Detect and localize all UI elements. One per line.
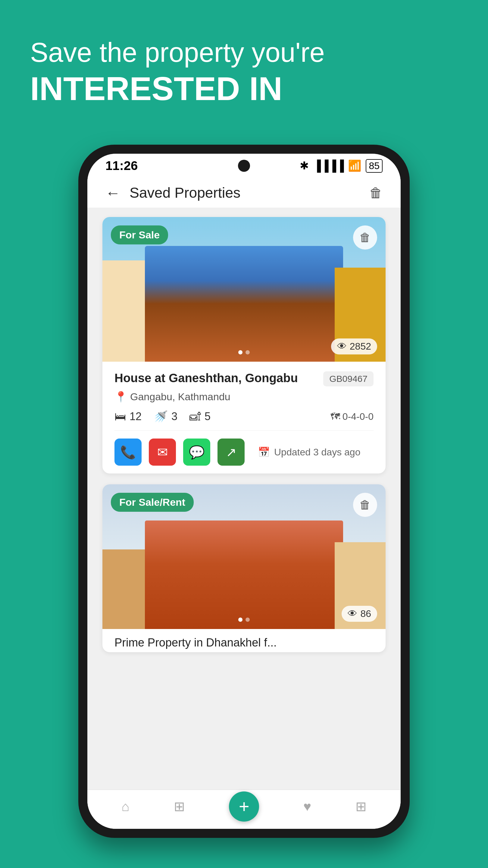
for-sale-badge: For Sale bbox=[111, 225, 168, 244]
property-id-1: GB09467 bbox=[323, 371, 373, 386]
hero-line2: INTERESTED IN bbox=[30, 69, 458, 108]
nav-saved[interactable]: ♥ bbox=[303, 799, 311, 814]
bath-icon: 🚿 bbox=[154, 410, 168, 423]
dot-1-inactive bbox=[246, 350, 250, 354]
for-sale-rent-badge: For Sale/Rent bbox=[111, 493, 194, 512]
baths-count: 3 bbox=[171, 410, 177, 423]
screen-content: For Sale 🗑 👁 2852 House at bbox=[87, 208, 401, 829]
dot-2-active bbox=[238, 618, 242, 622]
property-image-2: For Sale/Rent 🗑 👁 86 bbox=[102, 484, 386, 629]
map-code-feature: 🗺 0-4-0-0 bbox=[330, 411, 373, 422]
home-icon: ⌂ bbox=[121, 799, 130, 814]
dot-2-inactive bbox=[246, 618, 250, 622]
phone-screen: 11:26 ✱ ▐▐▐▐ 📶 85 ← Saved Properties 🗑 bbox=[87, 154, 401, 829]
battery-indicator: 85 bbox=[366, 159, 383, 173]
updated-text-1: 📅 Updated 3 days ago bbox=[258, 446, 360, 458]
camera-notch bbox=[238, 160, 250, 172]
view-number-1: 2852 bbox=[350, 341, 371, 352]
status-icons: ✱ ▐▐▐▐ 📶 85 bbox=[300, 159, 383, 173]
page-title: Saved Properties bbox=[130, 184, 369, 201]
card-delete-button-2[interactable]: 🗑 bbox=[353, 493, 377, 517]
calendar-icon: 📅 bbox=[258, 446, 270, 458]
nav-list[interactable]: ⊞ bbox=[174, 799, 185, 814]
main-building-2 bbox=[145, 521, 343, 629]
divider-1 bbox=[115, 430, 373, 431]
property-image-1: For Sale 🗑 👁 2852 bbox=[102, 217, 386, 362]
property-card-1: For Sale 🗑 👁 2852 House at bbox=[102, 217, 386, 473]
eye-icon: 👁 bbox=[337, 341, 347, 352]
living-count: 5 bbox=[204, 410, 210, 423]
status-bar: 11:26 ✱ ▐▐▐▐ 📶 85 bbox=[87, 154, 401, 178]
dot-1-active bbox=[238, 350, 242, 354]
beds-count: 12 bbox=[130, 410, 141, 423]
baths-feature: 🚿 3 bbox=[154, 410, 177, 423]
hero-section: Save the property you're INTERESTED IN bbox=[30, 36, 458, 108]
back-button[interactable]: ← bbox=[105, 184, 121, 202]
sofa-icon: 🛋 bbox=[190, 410, 201, 423]
property-info-1: House at Ganeshthan, Gongabu GB09467 📍 G… bbox=[102, 362, 386, 473]
list-icon: ⊞ bbox=[174, 799, 185, 814]
property-title-1: House at Ganeshthan, Gongabu bbox=[115, 371, 298, 385]
signal-icon: ▐▐▐▐ bbox=[313, 159, 344, 172]
image-dots-2 bbox=[238, 618, 250, 622]
property-card-2: For Sale/Rent 🗑 👁 86 Prime Property in D… bbox=[102, 484, 386, 652]
eye-icon-2: 👁 bbox=[348, 608, 357, 619]
whatsapp-button[interactable]: 💬 bbox=[183, 438, 210, 466]
grid-icon: ⊞ bbox=[355, 799, 367, 814]
nav-home[interactable]: ⌂ bbox=[121, 799, 130, 814]
wifi-icon: 📶 bbox=[348, 159, 361, 172]
trash-button[interactable]: 🗑 bbox=[369, 185, 383, 200]
living-feature: 🛋 5 bbox=[190, 410, 210, 423]
bottom-navigation: ⌂ ⊞ + ♥ ⊞ bbox=[87, 789, 401, 829]
phone-mockup: 11:26 ✱ ▐▐▐▐ 📶 85 ← Saved Properties 🗑 bbox=[78, 145, 410, 838]
heart-icon: ♥ bbox=[303, 799, 311, 814]
status-time: 11:26 bbox=[105, 158, 138, 173]
hero-line1: Save the property you're bbox=[30, 36, 458, 69]
main-building bbox=[145, 246, 343, 362]
property-top-row: House at Ganeshthan, Gongabu GB09467 bbox=[115, 371, 373, 386]
location-icon: 📍 bbox=[115, 391, 127, 403]
property-features-1: 🛏 12 🚿 3 🛋 5 bbox=[115, 410, 373, 423]
nav-more[interactable]: ⊞ bbox=[355, 799, 367, 814]
view-count-1: 👁 2852 bbox=[331, 338, 377, 354]
map-code: 0-4-0-0 bbox=[343, 411, 373, 422]
property-title-2: Prime Property in Dhanakhel f... bbox=[102, 629, 386, 652]
view-number-2: 86 bbox=[360, 608, 371, 619]
view-count-2: 👁 86 bbox=[341, 606, 377, 622]
fab-add-button[interactable]: + bbox=[229, 792, 259, 822]
action-row-1: 📞 ✉ 💬 ↗ 📅 Updated 3 days ago bbox=[115, 435, 373, 467]
beds-feature: 🛏 12 bbox=[115, 410, 141, 423]
property-location-1: 📍 Gangabu, Kathmandu bbox=[115, 391, 373, 403]
card-delete-button-1[interactable]: 🗑 bbox=[353, 225, 377, 250]
phone-frame: 11:26 ✱ ▐▐▐▐ 📶 85 ← Saved Properties 🗑 bbox=[78, 145, 410, 838]
share-button[interactable]: ↗ bbox=[218, 438, 245, 466]
call-button[interactable]: 📞 bbox=[115, 438, 141, 466]
email-button[interactable]: ✉ bbox=[149, 438, 176, 466]
navigation-bar: ← Saved Properties 🗑 bbox=[87, 178, 401, 208]
bed-icon: 🛏 bbox=[115, 410, 126, 423]
plus-icon: + bbox=[239, 796, 250, 817]
location-text-1: Gangabu, Kathmandu bbox=[130, 391, 230, 403]
map-icon: 🗺 bbox=[330, 411, 340, 422]
image-dots-1 bbox=[238, 350, 250, 354]
bluetooth-icon: ✱ bbox=[300, 159, 309, 172]
updated-label-1: Updated 3 days ago bbox=[274, 447, 360, 458]
